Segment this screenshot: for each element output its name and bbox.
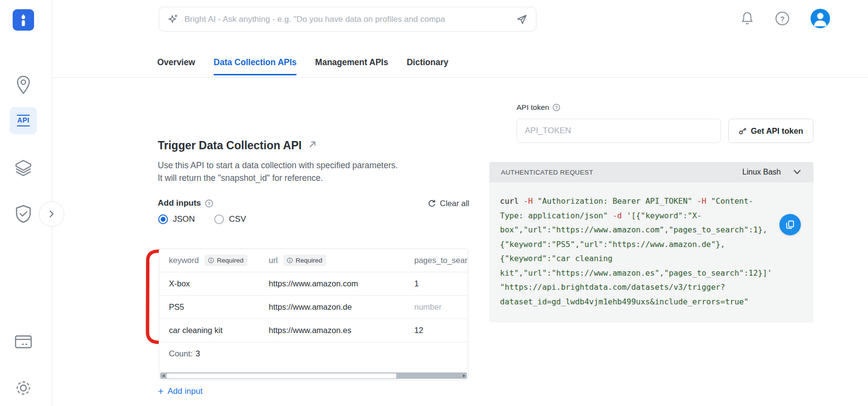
key-icon — [739, 127, 747, 135]
question-circle-icon[interactable]: ? — [205, 199, 213, 208]
cell-keyword[interactable]: PS5 — [159, 302, 269, 312]
code-line: curl -H "Authorization: Bearer API_TOKEN… — [500, 194, 803, 209]
column-header-pages_to_search: pages_to_search — [414, 256, 468, 265]
count-row: Count: 3 — [159, 342, 468, 365]
code-block: curl -H "Authorization: Bearer API_TOKEN… — [500, 194, 803, 309]
count-label: Count: — [169, 349, 193, 358]
settings-gear-icon — [15, 379, 32, 397]
count-value: 3 — [196, 349, 200, 358]
help-icon: ? — [775, 11, 790, 26]
info-circle-icon — [208, 257, 214, 264]
tabs-divider — [52, 77, 868, 78]
format-radio-group: JSONCSV — [158, 214, 246, 224]
radio-option-csv[interactable]: CSV — [214, 214, 246, 224]
column-header-url: urlRequired — [269, 255, 414, 266]
code-line: Type: application/json" -d '[{"keyword":… — [500, 209, 803, 223]
tab-dictionary[interactable]: Dictionary — [406, 57, 448, 75]
help-button[interactable]: ? — [775, 11, 790, 26]
tabs: OverviewData Collection APIsManagement A… — [157, 57, 448, 75]
tab-overview[interactable]: Overview — [157, 57, 195, 75]
cell-url[interactable]: https://www.amazon.com — [269, 279, 414, 288]
location-pin-icon — [16, 76, 31, 94]
code-line: kit","url":"https://www.amazon.es","page… — [500, 266, 803, 281]
table-header: keywordRequiredurlRequiredpages_to_searc… — [159, 249, 468, 272]
chevron-right-icon — [48, 210, 55, 218]
cell-url[interactable]: https://www.amazon.es — [269, 326, 414, 335]
required-badge: Required — [283, 255, 326, 266]
plus-icon: + — [158, 386, 164, 396]
sparkle-ai-icon — [167, 14, 179, 25]
tab-management-apis[interactable]: Management APIs — [315, 57, 388, 75]
svg-text:?: ? — [207, 201, 210, 206]
scroll-left-arrow[interactable] — [160, 372, 166, 379]
radio-label-csv: CSV — [229, 214, 246, 224]
code-area: curl -H "Authorization: Bearer API_TOKEN… — [489, 182, 813, 322]
table-row: car cleaning kithttps://www.amazon.es12 — [159, 318, 468, 342]
sidebar-expand-button[interactable] — [39, 201, 64, 227]
info-circle-icon — [287, 257, 293, 264]
table-row: PS5https://www.amazon.denumber — [159, 295, 468, 318]
chevron-down-icon — [794, 170, 801, 175]
request-panel: AUTHENTICATED REQUEST Linux Bash curl -H… — [489, 162, 813, 322]
clear-all-button[interactable]: Clear all — [428, 199, 469, 208]
svg-text:?: ? — [555, 105, 557, 110]
ai-search-bar[interactable] — [159, 7, 536, 32]
code-line: {"keyword":"car cleaning — [500, 251, 803, 266]
question-circle-icon[interactable]: ? — [553, 104, 560, 111]
copy-button[interactable] — [779, 214, 801, 235]
page-description: Use this API to start a data collection … — [158, 159, 473, 184]
notifications-button[interactable] — [740, 11, 754, 26]
table-rows: X-boxhttps://www.amazon.com1PS5https://w… — [159, 272, 468, 342]
send-icon[interactable] — [516, 13, 528, 26]
scroll-right-arrow[interactable] — [461, 372, 467, 379]
page-title: Trigger Data Collection API — [158, 139, 302, 152]
scrollbar-thumb[interactable] — [166, 373, 396, 378]
avatar[interactable] — [811, 9, 830, 28]
inputs-table: keywordRequiredurlRequiredpages_to_searc… — [159, 248, 468, 380]
api-token-input[interactable] — [517, 119, 721, 143]
api-token-label: API token ? — [517, 103, 560, 112]
shield-check-icon — [15, 205, 32, 223]
brand-logo-icon[interactable] — [13, 9, 34, 31]
required-badge: Required — [204, 255, 247, 266]
radio-option-json[interactable]: JSON — [158, 214, 195, 224]
table-row: X-boxhttps://www.amazon.com1 — [159, 272, 468, 295]
radio-label-json: JSON — [173, 214, 195, 224]
bell-icon — [740, 11, 754, 26]
datasets-stack-icon — [15, 159, 32, 178]
code-line: dataset_id=gd_lwdb4vjm1ehb499uxs&include… — [500, 295, 803, 309]
sidebar-item-datasets[interactable] — [0, 159, 47, 178]
billing-card-icon — [15, 335, 32, 349]
sidebar-item-proxies[interactable] — [0, 76, 47, 94]
request-panel-header: AUTHENTICATED REQUEST Linux Bash — [489, 162, 813, 182]
refresh-icon — [428, 199, 436, 208]
cell-keyword[interactable]: X-box — [159, 279, 269, 288]
request-panel-title: AUTHENTICATED REQUEST — [501, 169, 593, 176]
api-icon: API — [17, 115, 30, 126]
column-header-keyword: keywordRequired — [159, 255, 269, 266]
copy-icon — [785, 220, 795, 229]
language-dropdown[interactable]: Linux Bash — [742, 168, 801, 177]
radio-csv[interactable] — [214, 214, 224, 224]
cell-pages_to_search[interactable]: 1 — [414, 279, 468, 288]
code-line: box","url":"https://www.amazon.com","pag… — [500, 223, 803, 237]
horizontal-scrollbar[interactable] — [160, 372, 467, 379]
search-input[interactable] — [185, 15, 510, 24]
tab-data-collection-apis[interactable]: Data Collection APIs — [214, 57, 297, 75]
cell-pages_to_search[interactable]: 12 — [414, 326, 468, 335]
cell-url[interactable]: https://www.amazon.de — [269, 302, 414, 312]
add-input-button[interactable]: + Add input — [158, 386, 203, 396]
sidebar-item-api[interactable]: API — [10, 107, 37, 134]
svg-text:?: ? — [780, 15, 784, 23]
external-link-icon[interactable] — [309, 140, 317, 148]
cell-keyword[interactable]: car cleaning kit — [159, 326, 269, 335]
sidebar-item-billing[interactable] — [0, 335, 47, 349]
get-api-token-button[interactable]: Get API token — [728, 119, 813, 143]
code-line: {"keyword":"PS5","url":"https://www.amaz… — [500, 237, 803, 252]
cell-pages_to_search[interactable]: number — [414, 302, 468, 312]
radio-json[interactable] — [158, 214, 168, 224]
sidebar-item-settings[interactable] — [0, 379, 47, 397]
code-line: "https://api.brightdata.com/datasets/v3/… — [500, 280, 803, 295]
add-inputs-label: Add inputs ? — [158, 198, 213, 208]
